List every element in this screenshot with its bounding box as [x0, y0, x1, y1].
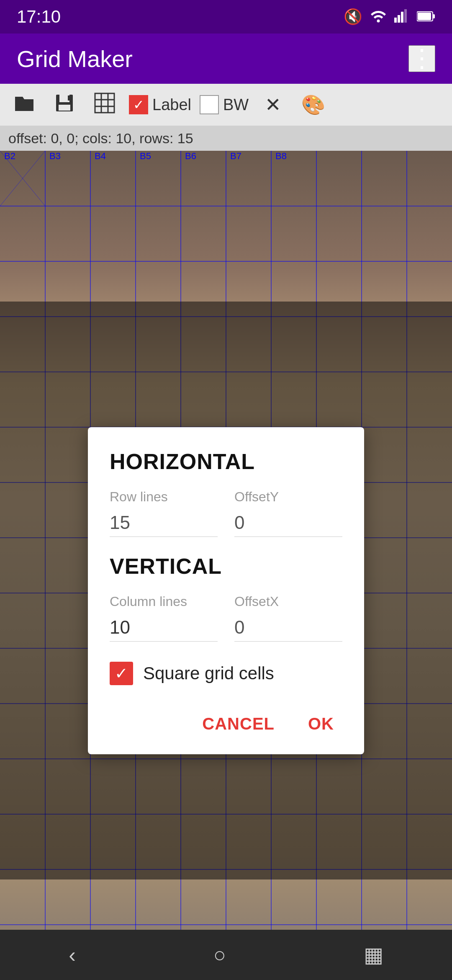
svg-rect-2 — [398, 15, 400, 23]
mute-icon: 🔇 — [344, 8, 362, 26]
bw-checkbox-group[interactable]: BW — [200, 95, 249, 114]
status-icons: 🔇 — [344, 8, 435, 26]
offset-y-label: OffsetY — [234, 489, 342, 505]
battery-icon — [417, 8, 435, 26]
cancel-button[interactable]: CANCEL — [194, 710, 283, 738]
label-text: Label — [152, 96, 191, 114]
svg-rect-12 — [95, 93, 114, 113]
column-lines-label: Column lines — [110, 594, 218, 609]
recent-button[interactable]: ▦ — [339, 934, 408, 975]
home-button[interactable]: ○ — [188, 934, 251, 975]
svg-rect-6 — [433, 14, 435, 18]
offset-x-field: OffsetX — [234, 594, 342, 642]
column-lines-input[interactable] — [110, 614, 218, 642]
dialog-actions: CANCEL OK — [110, 710, 342, 738]
canvas-area: B2 B3 B4 B5 B6 B7 B8 HORIZONTAL Row line… — [0, 151, 452, 930]
row-lines-label: Row lines — [110, 489, 218, 505]
bw-text: BW — [223, 96, 249, 114]
svg-rect-3 — [401, 12, 403, 23]
close-icon: ✕ — [265, 93, 281, 116]
offset-y-input[interactable] — [234, 509, 342, 537]
horizontal-title: HORIZONTAL — [110, 449, 342, 474]
row-lines-input[interactable] — [110, 509, 218, 537]
bw-checkbox[interactable] — [200, 95, 219, 114]
save-icon — [54, 93, 74, 117]
status-line: offset: 0, 0; cols: 10, rows: 15 — [0, 126, 452, 151]
toolbar: ✓ Label BW ✕ 🎨 — [0, 84, 452, 126]
label-checkbox[interactable]: ✓ — [129, 95, 148, 114]
svg-rect-4 — [404, 9, 407, 23]
nav-bar: ‹ ○ ▦ — [0, 930, 452, 980]
offset-x-label: OffsetX — [234, 594, 342, 609]
wifi-icon — [370, 8, 387, 26]
close-button[interactable]: ✕ — [257, 89, 289, 121]
square-grid-row[interactable]: ✓ Square grid cells — [110, 662, 342, 685]
ok-button[interactable]: OK — [300, 710, 342, 738]
svg-rect-7 — [418, 13, 431, 20]
folder-icon — [13, 93, 35, 116]
app-title: Grid Maker — [17, 45, 133, 72]
svg-rect-1 — [394, 18, 397, 23]
svg-rect-10 — [59, 105, 70, 111]
palette-button[interactable]: 🎨 — [297, 89, 329, 121]
row-lines-field: Row lines — [110, 489, 218, 537]
dialog-overlay: HORIZONTAL Row lines OffsetY VERTICAL Co… — [0, 302, 452, 879]
square-grid-label: Square grid cells — [143, 663, 274, 683]
app-bar: Grid Maker ⋮ — [0, 34, 452, 84]
vertical-fields: Column lines OffsetX — [110, 594, 342, 642]
status-bar: 17:10 🔇 — [0, 0, 452, 34]
grid-icon — [94, 93, 115, 117]
vertical-title: VERTICAL — [110, 554, 342, 579]
signal-icon — [394, 8, 409, 26]
open-folder-button[interactable] — [8, 89, 40, 121]
check-icon: ✓ — [115, 664, 128, 683]
status-time: 17:10 — [17, 7, 61, 27]
more-button[interactable]: ⋮ — [408, 45, 435, 72]
label-checkbox-group[interactable]: ✓ Label — [129, 95, 191, 114]
grid-status-text: offset: 0, 0; cols: 10, rows: 15 — [8, 130, 193, 147]
dialog: HORIZONTAL Row lines OffsetY VERTICAL Co… — [88, 427, 364, 754]
svg-point-0 — [377, 19, 380, 22]
offset-x-input[interactable] — [234, 614, 342, 642]
column-lines-field: Column lines — [110, 594, 218, 642]
palette-icon: 🎨 — [301, 93, 325, 116]
horizontal-fields: Row lines OffsetY — [110, 489, 342, 537]
grid-button[interactable] — [89, 89, 121, 121]
square-grid-checkbox[interactable]: ✓ — [110, 662, 133, 685]
save-button[interactable] — [49, 89, 80, 121]
offset-y-field: OffsetY — [234, 489, 342, 537]
back-button[interactable]: ‹ — [44, 934, 101, 975]
svg-rect-11 — [68, 95, 70, 101]
